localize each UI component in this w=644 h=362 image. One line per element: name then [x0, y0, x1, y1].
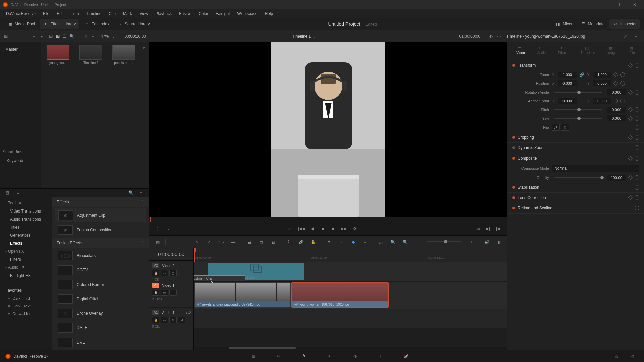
- track-header-v2[interactable]: V2Video 2 🔒▭▢ 1 Clip: [149, 261, 193, 280]
- home-icon[interactable]: ⌂: [610, 352, 623, 360]
- menu-playback[interactable]: Playback: [152, 10, 175, 17]
- go-start-icon[interactable]: |◀◀: [298, 225, 305, 232]
- media-clip-3[interactable]: pexels-and...: [109, 45, 139, 65]
- menu-davinci[interactable]: DaVinci Resolve: [3, 10, 39, 17]
- reset-anchor[interactable]: [620, 99, 625, 103]
- menu-fusion[interactable]: Fusion: [176, 10, 195, 17]
- composite-mode-select[interactable]: Normal ⌄: [552, 165, 639, 172]
- inspector-tab-transition[interactable]: ◫Transition: [577, 44, 599, 57]
- keyframe-pos[interactable]: [613, 81, 618, 86]
- reset-lens[interactable]: [635, 195, 639, 200]
- reset-zoom[interactable]: [620, 72, 625, 77]
- playhead[interactable]: [194, 248, 196, 253]
- track-v1[interactable]: 🔗pexels-andrea-piacquadio-3779414.jpg 🔗y…: [194, 282, 507, 309]
- disable-v2[interactable]: ▢: [169, 270, 177, 276]
- auto-select-v2[interactable]: ▭: [161, 270, 168, 276]
- edit-index-toggle[interactable]: ≡ Edit Index: [81, 19, 113, 29]
- color-page-icon[interactable]: ◑: [349, 352, 361, 360]
- reset-icon[interactable]: [635, 63, 639, 68]
- lens-correction-section-header[interactable]: Lens Correction: [507, 193, 644, 203]
- link-xy-icon[interactable]: 🔗: [579, 72, 584, 77]
- menu-fairlight[interactable]: Fairlight: [212, 10, 233, 17]
- smart-bin-keywords[interactable]: Keywords: [3, 156, 38, 165]
- timeline-view-icon[interactable]: ▤: [153, 238, 162, 246]
- fx-dropdown-icon[interactable]: ⌄: [14, 189, 22, 197]
- metadata-view-icon[interactable]: ▤: [48, 32, 53, 40]
- media-page-icon[interactable]: ▦: [247, 352, 259, 360]
- stabilization-section-header[interactable]: Stabilization: [507, 182, 644, 192]
- menu-workspace[interactable]: Workspace: [234, 10, 261, 17]
- options-icon[interactable]: ⋯: [91, 32, 96, 40]
- media-clip-1[interactable]: young-wo...: [43, 45, 73, 65]
- fusion-page-icon[interactable]: ✦: [323, 352, 335, 360]
- reset-retime[interactable]: [635, 206, 639, 210]
- pos-y-input[interactable]: 0.000: [593, 80, 611, 86]
- flag-dropdown[interactable]: ⌄: [336, 238, 345, 246]
- audio-transitions[interactable]: Audio Transitions: [2, 215, 50, 223]
- keyframe-lens[interactable]: [628, 195, 633, 200]
- go-end-icon[interactable]: ▶▶|: [340, 225, 348, 232]
- timeline-timecode-large[interactable]: 01:00:00:00: [149, 248, 193, 261]
- timeline-ruler[interactable]: 01:00:00:00 01:00:16:00 01:00:32:00: [194, 248, 507, 262]
- track-a1[interactable]: [194, 309, 507, 328]
- collapse-icon-2[interactable]: ⌃: [141, 241, 144, 245]
- keyframe-zoom[interactable]: [613, 72, 618, 77]
- pos-x-input[interactable]: 0.000: [558, 80, 577, 86]
- dynamic-zoom-section-header[interactable]: Dynamic Zoom: [507, 143, 644, 153]
- reset-pitch[interactable]: [635, 107, 639, 112]
- prev-frame-icon[interactable]: ◀: [308, 225, 316, 232]
- opacity-input[interactable]: 100.00: [607, 175, 626, 181]
- zoom-y-input[interactable]: 1.000: [593, 72, 611, 78]
- effects-library-toggle[interactable]: ✦ Effects Library: [40, 19, 79, 29]
- trim-tool-icon[interactable]: ⫽: [205, 238, 213, 246]
- solo-a1[interactable]: S: [169, 317, 177, 323]
- edit-page-icon[interactable]: ✎: [298, 352, 310, 360]
- overwrite-icon[interactable]: ⬒: [257, 238, 265, 246]
- reset-crop[interactable]: [635, 135, 639, 140]
- inspector-options-icon[interactable]: ⋯: [633, 32, 641, 40]
- fx-search-icon[interactable]: 🔍: [127, 189, 135, 197]
- fx-dve[interactable]: DVE: [55, 336, 146, 349]
- effects-category[interactable]: Effects: [2, 239, 50, 247]
- next-clip-icon[interactable]: ▸|: [143, 45, 146, 50]
- keyframe-rot[interactable]: [628, 90, 633, 95]
- toolbox-header[interactable]: ▾Toolbox: [2, 199, 50, 207]
- fx-colored-border[interactable]: Colored Border: [55, 278, 146, 291]
- close-button[interactable]: ✕: [628, 1, 641, 9]
- keyframe-yaw[interactable]: [628, 116, 633, 121]
- inspector-tab-video[interactable]: ▭Video: [513, 44, 528, 57]
- audiofx-header[interactable]: ▾Audio FX: [2, 263, 50, 272]
- track-header-v1[interactable]: V1Video 1 🔒▭▢ 2 Clips: [149, 280, 193, 308]
- adjustment-clip-effect[interactable]: ◐ Adjustment Clip: [55, 208, 146, 222]
- disable-v1[interactable]: ▢: [169, 290, 177, 296]
- zoom-slider[interactable]: [427, 241, 461, 242]
- fairlight-page-icon[interactable]: ♪: [374, 352, 386, 360]
- cropping-section-header[interactable]: Cropping: [507, 132, 644, 142]
- zoom-level[interactable]: 47%: [101, 34, 109, 39]
- timeline-dropdown-icon[interactable]: ⌄: [313, 34, 316, 39]
- dragging-clip-ghost[interactable]: Adjustment Clip: [194, 275, 245, 281]
- reset-stab[interactable]: [635, 185, 639, 190]
- keyframe-anchor[interactable]: [613, 99, 618, 103]
- fx-dslr[interactable]: DSLR: [55, 321, 146, 335]
- keyframe-pitch[interactable]: [628, 107, 633, 112]
- smart-bins-header[interactable]: Smart Bins: [3, 147, 38, 156]
- yaw-input[interactable]: 0.000: [607, 115, 626, 121]
- minimize-button[interactable]: ─: [600, 1, 613, 9]
- fx-digital-glitch[interactable]: Digital Glitch: [55, 292, 146, 306]
- list-view-icon[interactable]: ☰: [62, 32, 67, 40]
- zoom-in-icon[interactable]: +: [467, 238, 476, 246]
- nudge-controls[interactable]: ‹ • ›: [288, 227, 293, 231]
- marker-icon[interactable]: ◆: [348, 238, 357, 246]
- reset-yaw[interactable]: [635, 116, 639, 121]
- composite-section-header[interactable]: Composite: [507, 153, 644, 163]
- loop-icon[interactable]: ⟳: [351, 225, 359, 232]
- zoom-detail-icon[interactable]: 🔍: [388, 238, 397, 246]
- play-icon[interactable]: ▶: [330, 225, 337, 232]
- menu-help[interactable]: Help: [261, 10, 276, 17]
- fx-panel-icon[interactable]: ▦: [3, 189, 11, 197]
- anchor-y-input[interactable]: 0.000: [593, 98, 611, 104]
- keyframe-crop[interactable]: [628, 135, 633, 140]
- lock-icon[interactable]: 🔒: [309, 238, 317, 246]
- menu-view[interactable]: View: [136, 10, 152, 17]
